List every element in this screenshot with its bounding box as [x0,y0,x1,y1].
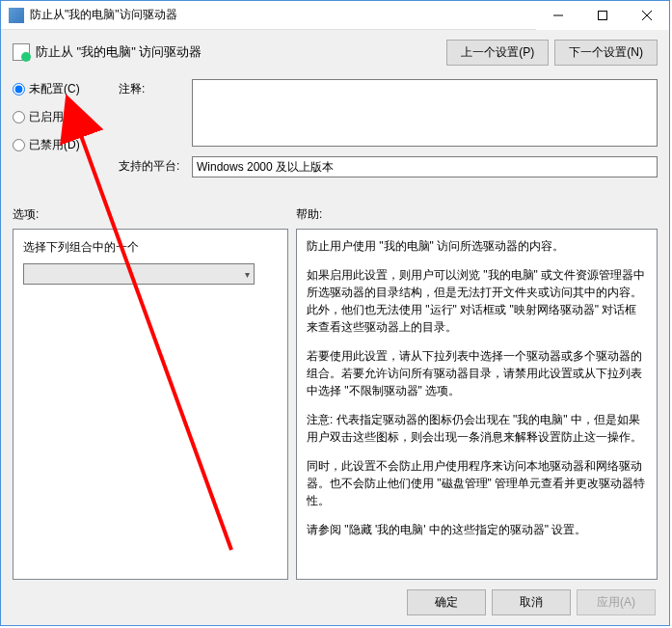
help-p4: 注意: 代表指定驱动器的图标仍会出现在 "我的电脑" 中，但是如果用户双击这些图… [307,411,647,446]
close-icon [642,11,652,20]
options-label: 选项: [13,206,296,223]
content-area: 防止从 "我的电脑" 访问驱动器 上一个设置(P) 下一个设置(N) 未配置(C… [1,30,669,625]
drive-combo[interactable]: ▾ [23,263,255,285]
window-controls [536,1,669,29]
options-panel: 选择下列组合中的一个 ▾ [13,229,288,580]
radio-disabled[interactable]: 已禁用(D) [13,137,109,153]
comment-textarea[interactable] [192,79,658,147]
lower-panels: 选择下列组合中的一个 ▾ 防止用户使用 "我的电脑" 访问所选驱动器的内容。 如… [13,229,658,580]
platform-row: 支持的平台: Windows 2000 及以上版本 [119,156,658,177]
svg-rect-0 [599,12,607,20]
policy-icon [13,43,30,61]
comment-label: 注释: [119,79,182,147]
mid-labels: 选项: 帮助: [13,206,658,223]
minimize-button[interactable] [536,1,580,30]
options-prompt: 选择下列组合中的一个 [23,239,278,256]
window-title: 防止从"我的电脑"访问驱动器 [30,7,536,23]
state-radios: 未配置(C) 已启用(E) 已禁用(D) [13,79,109,177]
platform-label: 支持的平台: [119,156,182,177]
config-area: 未配置(C) 已启用(E) 已禁用(D) 注释: 支持的平台: [13,79,658,177]
help-p3: 若要使用此设置，请从下拉列表中选择一个驱动器或多个驱动器的组合。若要允许访问所有… [307,347,647,399]
minimize-icon [553,11,563,20]
help-p5: 同时，此设置不会防止用户使用程序来访问本地驱动器和网络驱动器。也不会防止他们使用… [307,457,647,509]
radio-not-configured-input[interactable] [13,83,25,96]
chevron-down-icon: ▾ [245,269,250,280]
help-p1: 防止用户使用 "我的电脑" 访问所选驱动器的内容。 [307,237,647,255]
help-panel[interactable]: 防止用户使用 "我的电脑" 访问所选驱动器的内容。 如果启用此设置，则用户可以浏… [296,229,658,580]
cancel-button[interactable]: 取消 [492,589,571,615]
right-fields: 注释: 支持的平台: Windows 2000 及以上版本 [119,79,658,177]
platform-box: Windows 2000 及以上版本 [192,156,658,177]
policy-header: 防止从 "我的电脑" 访问驱动器 [13,38,446,61]
footer-buttons: 确定 取消 应用(A) [13,580,658,615]
help-p6: 请参阅 "隐藏 '我的电脑' 中的这些指定的驱动器" 设置。 [307,521,647,538]
app-icon [9,8,24,23]
platform-value: Windows 2000 及以上版本 [197,159,334,176]
radio-not-configured[interactable]: 未配置(C) [13,81,109,97]
apply-button[interactable]: 应用(A) [577,589,656,615]
header-row: 防止从 "我的电脑" 访问驱动器 上一个设置(P) 下一个设置(N) [13,38,658,66]
radio-enabled[interactable]: 已启用(E) [13,109,109,125]
previous-setting-button[interactable]: 上一个设置(P) [446,40,549,66]
nav-buttons: 上一个设置(P) 下一个设置(N) [446,38,658,66]
dialog-window: 防止从"我的电脑"访问驱动器 防止从 "我的电脑" 访问驱动器 上一个设置(P)… [0,0,670,626]
close-button[interactable] [625,1,669,30]
maximize-button[interactable] [580,1,625,30]
next-setting-button[interactable]: 下一个设置(N) [554,40,658,66]
policy-title: 防止从 "我的电脑" 访问驱动器 [36,43,202,61]
radio-enabled-input[interactable] [13,111,25,123]
help-p2: 如果启用此设置，则用户可以浏览 "我的电脑" 或文件资源管理器中所选驱动器的目录… [307,266,647,336]
radio-enabled-label: 已启用(E) [29,109,79,125]
titlebar: 防止从"我的电脑"访问驱动器 [1,1,669,30]
radio-disabled-label: 已禁用(D) [29,137,80,153]
comment-row: 注释: [119,79,658,147]
maximize-icon [598,11,607,20]
radio-not-configured-label: 未配置(C) [29,81,80,97]
help-label: 帮助: [296,206,658,223]
radio-disabled-input[interactable] [13,139,25,151]
ok-button[interactable]: 确定 [407,589,486,615]
